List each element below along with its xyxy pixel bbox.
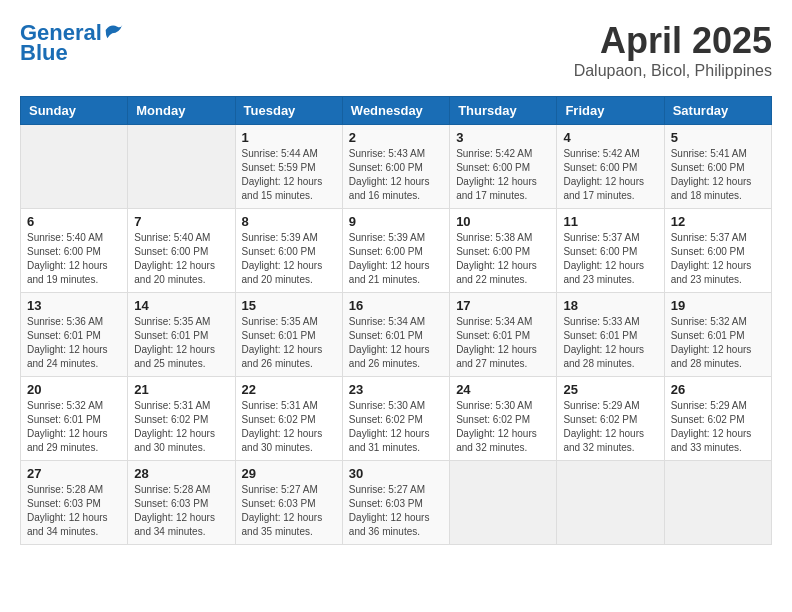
title-block: April 2025 Dalupaon, Bicol, Philippines bbox=[574, 20, 772, 80]
day-number: 25 bbox=[563, 382, 657, 397]
day-info: Sunrise: 5:39 AM Sunset: 6:00 PM Dayligh… bbox=[242, 231, 336, 287]
day-number: 20 bbox=[27, 382, 121, 397]
calendar-day-cell: 18Sunrise: 5:33 AM Sunset: 6:01 PM Dayli… bbox=[557, 293, 664, 377]
day-info: Sunrise: 5:35 AM Sunset: 6:01 PM Dayligh… bbox=[134, 315, 228, 371]
day-number: 18 bbox=[563, 298, 657, 313]
day-number: 21 bbox=[134, 382, 228, 397]
day-info: Sunrise: 5:34 AM Sunset: 6:01 PM Dayligh… bbox=[349, 315, 443, 371]
calendar-week-row: 6Sunrise: 5:40 AM Sunset: 6:00 PM Daylig… bbox=[21, 209, 772, 293]
calendar-day-cell: 29Sunrise: 5:27 AM Sunset: 6:03 PM Dayli… bbox=[235, 461, 342, 545]
calendar-day-cell bbox=[557, 461, 664, 545]
day-number: 27 bbox=[27, 466, 121, 481]
day-number: 17 bbox=[456, 298, 550, 313]
weekday-header: Saturday bbox=[664, 97, 771, 125]
calendar-day-cell: 17Sunrise: 5:34 AM Sunset: 6:01 PM Dayli… bbox=[450, 293, 557, 377]
calendar-day-cell: 22Sunrise: 5:31 AM Sunset: 6:02 PM Dayli… bbox=[235, 377, 342, 461]
weekday-header: Thursday bbox=[450, 97, 557, 125]
calendar-day-cell bbox=[664, 461, 771, 545]
calendar-day-cell bbox=[128, 125, 235, 209]
day-number: 16 bbox=[349, 298, 443, 313]
day-info: Sunrise: 5:39 AM Sunset: 6:00 PM Dayligh… bbox=[349, 231, 443, 287]
day-number: 4 bbox=[563, 130, 657, 145]
day-info: Sunrise: 5:29 AM Sunset: 6:02 PM Dayligh… bbox=[563, 399, 657, 455]
day-info: Sunrise: 5:43 AM Sunset: 6:00 PM Dayligh… bbox=[349, 147, 443, 203]
logo-icon bbox=[104, 20, 124, 40]
day-number: 9 bbox=[349, 214, 443, 229]
calendar: SundayMondayTuesdayWednesdayThursdayFrid… bbox=[20, 96, 772, 545]
day-number: 30 bbox=[349, 466, 443, 481]
calendar-day-cell: 6Sunrise: 5:40 AM Sunset: 6:00 PM Daylig… bbox=[21, 209, 128, 293]
day-info: Sunrise: 5:33 AM Sunset: 6:01 PM Dayligh… bbox=[563, 315, 657, 371]
weekday-header: Wednesday bbox=[342, 97, 449, 125]
calendar-header-row: SundayMondayTuesdayWednesdayThursdayFrid… bbox=[21, 97, 772, 125]
day-info: Sunrise: 5:27 AM Sunset: 6:03 PM Dayligh… bbox=[242, 483, 336, 539]
day-number: 1 bbox=[242, 130, 336, 145]
day-number: 29 bbox=[242, 466, 336, 481]
day-info: Sunrise: 5:40 AM Sunset: 6:00 PM Dayligh… bbox=[27, 231, 121, 287]
day-info: Sunrise: 5:28 AM Sunset: 6:03 PM Dayligh… bbox=[134, 483, 228, 539]
day-info: Sunrise: 5:32 AM Sunset: 6:01 PM Dayligh… bbox=[671, 315, 765, 371]
day-info: Sunrise: 5:40 AM Sunset: 6:00 PM Dayligh… bbox=[134, 231, 228, 287]
day-info: Sunrise: 5:32 AM Sunset: 6:01 PM Dayligh… bbox=[27, 399, 121, 455]
calendar-day-cell bbox=[450, 461, 557, 545]
calendar-week-row: 27Sunrise: 5:28 AM Sunset: 6:03 PM Dayli… bbox=[21, 461, 772, 545]
calendar-day-cell: 12Sunrise: 5:37 AM Sunset: 6:00 PM Dayli… bbox=[664, 209, 771, 293]
calendar-day-cell: 14Sunrise: 5:35 AM Sunset: 6:01 PM Dayli… bbox=[128, 293, 235, 377]
day-info: Sunrise: 5:27 AM Sunset: 6:03 PM Dayligh… bbox=[349, 483, 443, 539]
day-info: Sunrise: 5:31 AM Sunset: 6:02 PM Dayligh… bbox=[242, 399, 336, 455]
day-info: Sunrise: 5:37 AM Sunset: 6:00 PM Dayligh… bbox=[671, 231, 765, 287]
calendar-day-cell: 2Sunrise: 5:43 AM Sunset: 6:00 PM Daylig… bbox=[342, 125, 449, 209]
calendar-day-cell: 11Sunrise: 5:37 AM Sunset: 6:00 PM Dayli… bbox=[557, 209, 664, 293]
day-info: Sunrise: 5:42 AM Sunset: 6:00 PM Dayligh… bbox=[563, 147, 657, 203]
day-number: 8 bbox=[242, 214, 336, 229]
day-info: Sunrise: 5:34 AM Sunset: 6:01 PM Dayligh… bbox=[456, 315, 550, 371]
day-number: 26 bbox=[671, 382, 765, 397]
weekday-header: Friday bbox=[557, 97, 664, 125]
day-info: Sunrise: 5:35 AM Sunset: 6:01 PM Dayligh… bbox=[242, 315, 336, 371]
weekday-header: Monday bbox=[128, 97, 235, 125]
day-info: Sunrise: 5:42 AM Sunset: 6:00 PM Dayligh… bbox=[456, 147, 550, 203]
day-number: 5 bbox=[671, 130, 765, 145]
calendar-day-cell: 13Sunrise: 5:36 AM Sunset: 6:01 PM Dayli… bbox=[21, 293, 128, 377]
day-info: Sunrise: 5:31 AM Sunset: 6:02 PM Dayligh… bbox=[134, 399, 228, 455]
calendar-day-cell: 9Sunrise: 5:39 AM Sunset: 6:00 PM Daylig… bbox=[342, 209, 449, 293]
day-number: 7 bbox=[134, 214, 228, 229]
subtitle: Dalupaon, Bicol, Philippines bbox=[574, 62, 772, 80]
day-number: 14 bbox=[134, 298, 228, 313]
calendar-day-cell: 30Sunrise: 5:27 AM Sunset: 6:03 PM Dayli… bbox=[342, 461, 449, 545]
day-number: 12 bbox=[671, 214, 765, 229]
day-number: 24 bbox=[456, 382, 550, 397]
calendar-day-cell: 5Sunrise: 5:41 AM Sunset: 6:00 PM Daylig… bbox=[664, 125, 771, 209]
day-number: 10 bbox=[456, 214, 550, 229]
day-info: Sunrise: 5:44 AM Sunset: 5:59 PM Dayligh… bbox=[242, 147, 336, 203]
calendar-day-cell: 28Sunrise: 5:28 AM Sunset: 6:03 PM Dayli… bbox=[128, 461, 235, 545]
calendar-day-cell: 27Sunrise: 5:28 AM Sunset: 6:03 PM Dayli… bbox=[21, 461, 128, 545]
calendar-day-cell: 7Sunrise: 5:40 AM Sunset: 6:00 PM Daylig… bbox=[128, 209, 235, 293]
day-number: 13 bbox=[27, 298, 121, 313]
calendar-week-row: 13Sunrise: 5:36 AM Sunset: 6:01 PM Dayli… bbox=[21, 293, 772, 377]
day-info: Sunrise: 5:37 AM Sunset: 6:00 PM Dayligh… bbox=[563, 231, 657, 287]
calendar-day-cell: 1Sunrise: 5:44 AM Sunset: 5:59 PM Daylig… bbox=[235, 125, 342, 209]
day-number: 3 bbox=[456, 130, 550, 145]
day-number: 19 bbox=[671, 298, 765, 313]
calendar-day-cell: 16Sunrise: 5:34 AM Sunset: 6:01 PM Dayli… bbox=[342, 293, 449, 377]
weekday-header: Tuesday bbox=[235, 97, 342, 125]
calendar-day-cell: 20Sunrise: 5:32 AM Sunset: 6:01 PM Dayli… bbox=[21, 377, 128, 461]
day-info: Sunrise: 5:29 AM Sunset: 6:02 PM Dayligh… bbox=[671, 399, 765, 455]
calendar-week-row: 20Sunrise: 5:32 AM Sunset: 6:01 PM Dayli… bbox=[21, 377, 772, 461]
day-info: Sunrise: 5:30 AM Sunset: 6:02 PM Dayligh… bbox=[456, 399, 550, 455]
calendar-day-cell: 26Sunrise: 5:29 AM Sunset: 6:02 PM Dayli… bbox=[664, 377, 771, 461]
calendar-day-cell: 15Sunrise: 5:35 AM Sunset: 6:01 PM Dayli… bbox=[235, 293, 342, 377]
day-number: 2 bbox=[349, 130, 443, 145]
calendar-day-cell: 8Sunrise: 5:39 AM Sunset: 6:00 PM Daylig… bbox=[235, 209, 342, 293]
page-header: General Blue April 2025 Dalupaon, Bicol,… bbox=[20, 20, 772, 80]
calendar-day-cell: 25Sunrise: 5:29 AM Sunset: 6:02 PM Dayli… bbox=[557, 377, 664, 461]
calendar-day-cell: 3Sunrise: 5:42 AM Sunset: 6:00 PM Daylig… bbox=[450, 125, 557, 209]
day-info: Sunrise: 5:30 AM Sunset: 6:02 PM Dayligh… bbox=[349, 399, 443, 455]
calendar-day-cell: 24Sunrise: 5:30 AM Sunset: 6:02 PM Dayli… bbox=[450, 377, 557, 461]
day-info: Sunrise: 5:28 AM Sunset: 6:03 PM Dayligh… bbox=[27, 483, 121, 539]
calendar-day-cell: 21Sunrise: 5:31 AM Sunset: 6:02 PM Dayli… bbox=[128, 377, 235, 461]
calendar-day-cell: 4Sunrise: 5:42 AM Sunset: 6:00 PM Daylig… bbox=[557, 125, 664, 209]
calendar-week-row: 1Sunrise: 5:44 AM Sunset: 5:59 PM Daylig… bbox=[21, 125, 772, 209]
calendar-day-cell: 23Sunrise: 5:30 AM Sunset: 6:02 PM Dayli… bbox=[342, 377, 449, 461]
